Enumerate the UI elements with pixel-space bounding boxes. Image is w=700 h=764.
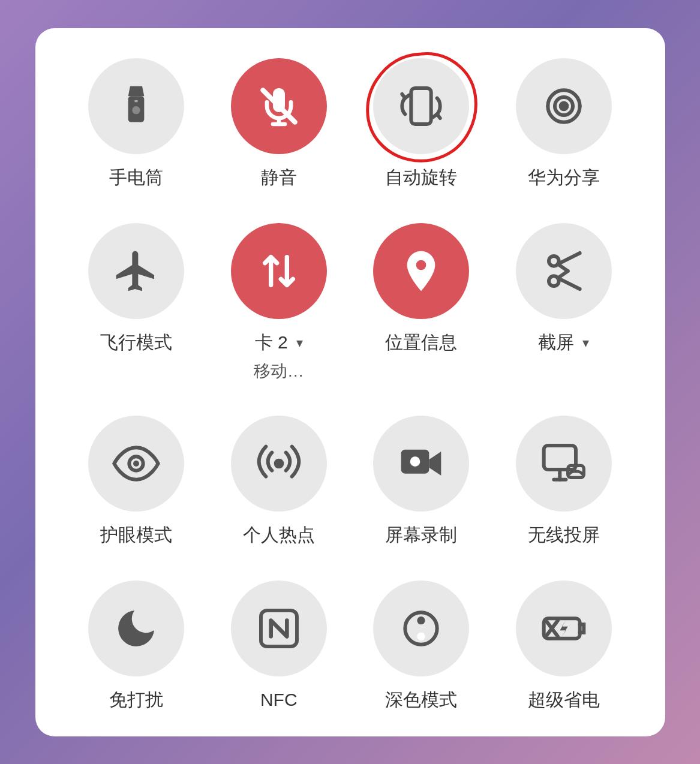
sim2-arrow: ▾ [296,335,303,350]
nfc-icon [255,604,303,652]
wifi-direct-icon [540,82,588,130]
eye-care-label: 护眼模式 [100,522,172,548]
tile-dnd[interactable]: 免打扰 [68,580,205,712]
quick-settings-panel: 手电筒 静音 [35,28,665,736]
auto-rotate-label: 自动旋转 [385,165,457,190]
huawei-share-label: 华为分享 [528,165,600,190]
super-save-label: 超级省电 [528,687,600,712]
mute-label: 静音 [261,165,297,190]
moon-icon [112,604,160,652]
svg-point-17 [274,458,284,468]
tile-sim2[interactable]: 卡 2 ▾ 移动… [211,223,347,383]
tile-hotspot[interactable]: 个人热点 [211,416,347,548]
tile-location[interactable]: 位置信息 [353,223,490,383]
screenshot-arrow: ▾ [582,335,589,350]
auto-rotate-circle[interactable] [373,58,469,154]
cast-label: 无线投屏 [528,522,600,548]
sim2-sublabel: 移动… [254,360,304,383]
screen-record-label: 屏幕录制 [385,522,457,548]
screen-record-circle[interactable] [373,416,469,512]
auto-rotate-icon [397,82,445,130]
super-save-circle[interactable] [516,580,612,676]
airplane-icon [112,247,160,295]
tile-super-save[interactable]: 超级省电 [495,580,632,712]
sim2-circle[interactable] [231,223,327,319]
airplane-circle[interactable] [88,223,184,319]
nfc-label: NFC [260,687,298,712]
tile-screen-record[interactable]: 屏幕录制 [353,416,490,548]
svg-point-16 [133,461,139,467]
location-label: 位置信息 [385,330,457,355]
dark-mode-label: 深色模式 [385,687,457,712]
eye-icon [112,440,160,488]
svg-point-8 [416,260,426,270]
screen-record-icon [397,440,445,488]
location-icon [397,247,445,295]
svg-point-1 [133,106,140,114]
tile-flashlight[interactable]: 手电筒 [68,58,205,190]
svg-line-11 [558,253,580,264]
cast-icon [540,440,588,488]
screenshot-label: 截屏 ▾ [538,330,589,355]
location-circle[interactable] [373,223,469,319]
tile-nfc[interactable]: NFC [211,580,347,712]
tile-airplane[interactable]: 飞行模式 [68,223,205,383]
flashlight-icon [112,82,160,130]
screenshot-icon [540,247,588,295]
tile-mute[interactable]: 静音 [211,58,347,190]
dark-mode-circle[interactable] [373,580,469,676]
data-switch-icon [255,247,303,295]
svg-point-26 [417,616,425,624]
svg-point-19 [410,456,420,467]
screenshot-circle[interactable] [516,223,612,319]
svg-line-12 [558,278,580,288]
hotspot-icon [255,440,303,488]
mute-icon [255,82,303,130]
sim2-label: 卡 2 ▾ [255,330,303,355]
svg-point-7 [558,101,569,111]
hotspot-circle[interactable] [231,416,327,512]
tiles-grid: 手电筒 静音 [68,58,632,712]
hotspot-label: 个人热点 [243,522,315,548]
tile-screenshot[interactable]: 截屏 ▾ [495,223,632,383]
svg-line-14 [558,271,568,278]
dnd-circle[interactable] [88,580,184,676]
svg-rect-6 [411,88,431,124]
tile-eye-care[interactable]: 护眼模式 [68,416,205,548]
huawei-share-circle[interactable] [516,58,612,154]
nfc-circle[interactable] [231,580,327,676]
svg-point-27 [417,632,425,640]
tile-dark-mode[interactable]: 深色模式 [353,580,490,712]
mute-circle[interactable] [231,58,327,154]
flashlight-label: 手电筒 [109,165,163,190]
airplane-label: 飞行模式 [100,330,172,355]
dnd-label: 免打扰 [109,687,163,712]
tile-cast[interactable]: 无线投屏 [495,416,632,548]
tile-auto-rotate[interactable]: 自动旋转 [353,58,490,190]
tile-huawei-share[interactable]: 华为分享 [495,58,632,190]
eye-care-circle[interactable] [88,416,184,512]
cast-circle[interactable] [516,416,612,512]
flashlight-circle[interactable] [88,58,184,154]
super-save-icon [540,604,588,652]
dark-mode-icon [397,604,445,652]
